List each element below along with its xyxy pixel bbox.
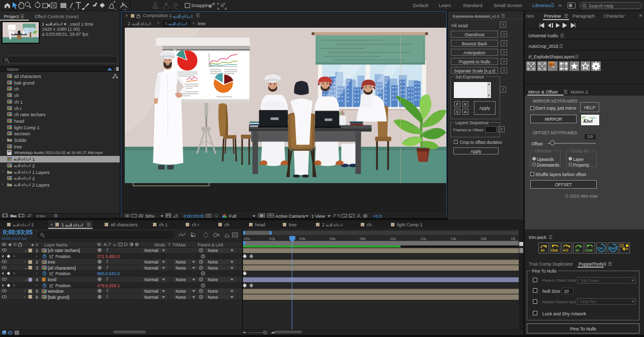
svg-text:fx: fx (113, 243, 116, 247)
svg-text:I•O: I•O (563, 248, 569, 252)
svg-text:Out: Out (551, 248, 558, 252)
svg-text:In: In (576, 248, 579, 252)
svg-text:In: In (599, 246, 603, 250)
svg-text:Out: Out (586, 248, 593, 252)
svg-text:In: In (541, 248, 544, 252)
svg-text:Kiwi: Kiwi (583, 118, 593, 124)
svg-text:Out: Out (609, 246, 616, 250)
